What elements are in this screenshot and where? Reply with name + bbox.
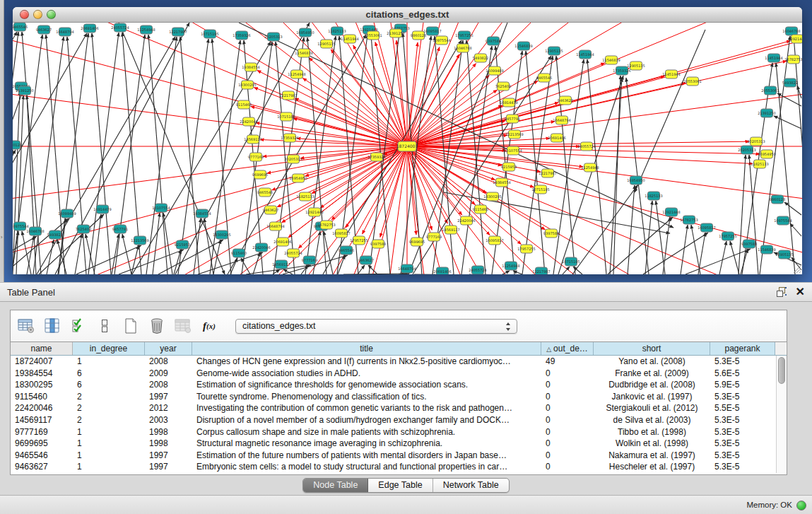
cell-year[interactable]: 2003 <box>145 414 192 426</box>
graph-node[interactable]: 16095817 <box>332 229 350 238</box>
citation-edge-red[interactable] <box>407 146 663 274</box>
cell-title[interactable]: Disruption of a novel member of a sodium… <box>192 414 541 426</box>
column-header-name[interactable]: name <box>11 342 73 355</box>
graph-node[interactable]: 7625402 <box>495 82 511 90</box>
citation-edge-black[interactable] <box>22 231 31 274</box>
citation-edge-black[interactable] <box>55 23 189 274</box>
graph-node[interactable]: 17359326 <box>233 31 250 40</box>
citation-edge-black[interactable] <box>558 76 623 274</box>
graph-node[interactable]: 9699695 <box>409 238 425 246</box>
graph-node[interactable]: 11451944 <box>576 50 594 59</box>
cell-short[interactable]: Jankovic et al. (1997) <box>594 391 710 403</box>
cell-short[interactable]: de Silva et al. (2003) <box>594 414 710 426</box>
graph-node[interactable]: 20553061 <box>761 86 779 95</box>
citation-edge-black[interactable] <box>313 231 320 274</box>
cell-in_degree[interactable]: 2 <box>73 414 145 426</box>
citation-edge-red[interactable] <box>407 146 753 163</box>
cell-year[interactable]: 2008 <box>145 356 192 368</box>
graph-node[interactable]: 10975544 <box>774 216 792 225</box>
function-builder-icon[interactable]: f(x) <box>199 316 219 336</box>
graph-node[interactable]: 9397588 <box>741 240 757 248</box>
column-header-in_degree[interactable]: in_degree <box>73 342 145 355</box>
cell-short[interactable]: Hescheler et al. (1997) <box>594 461 710 473</box>
cell-year[interactable]: 1997 <box>145 450 192 462</box>
citation-edge-black[interactable] <box>645 201 652 274</box>
column-visibility-icon[interactable] <box>42 316 62 336</box>
graph-node[interactable]: 22420046 <box>252 243 270 252</box>
citation-edge-black[interactable] <box>178 39 208 274</box>
collapsed-panel-strip[interactable]: › <box>0 0 4 282</box>
citation-edge-black[interactable] <box>230 258 237 274</box>
graph-node[interactable]: 17957255 <box>350 236 367 245</box>
graph-node[interactable]: 16046788 <box>454 44 471 52</box>
graph-node[interactable]: 5493822 <box>473 54 488 62</box>
graph-node[interactable]: 11825133 <box>751 160 768 168</box>
graph-node[interactable]: 24055724 <box>284 249 302 257</box>
citation-edge-black[interactable] <box>358 265 365 274</box>
graph-node[interactable]: 12217987 <box>169 28 187 36</box>
graph-node[interactable]: 11546839 <box>758 245 775 254</box>
network-view-window[interactable]: citations_edges.txt 94655469463627166487… <box>13 7 802 274</box>
citation-edge-black[interactable] <box>92 33 111 274</box>
cell-title[interactable]: Structural magnetic resonance image aver… <box>192 438 541 450</box>
cell-in_degree[interactable]: 1 <box>73 450 145 462</box>
cell-out_de[interactable]: 0 <box>541 438 594 450</box>
citation-edge-black[interactable] <box>691 225 700 274</box>
graph-node[interactable]: 17957255 <box>517 245 535 253</box>
row-selection-icon[interactable] <box>69 316 88 336</box>
graph-node[interactable]: 9699695 <box>252 170 268 179</box>
table-row[interactable]: 1938455462009Genome-wide association stu… <box>11 368 787 380</box>
graph-node[interactable]: 12905135 <box>317 40 335 48</box>
cell-out_de[interactable]: 0 <box>541 379 594 391</box>
citation-edge-black[interactable] <box>784 202 801 215</box>
cell-name[interactable]: 19384554 <box>11 368 73 380</box>
cell-short[interactable]: Tibbo et al. (1998) <box>594 426 710 438</box>
cell-name[interactable]: 9115460 <box>11 391 73 403</box>
citation-edge-black[interactable] <box>556 56 575 274</box>
graph-node[interactable]: 9777169 <box>248 153 264 161</box>
cell-year[interactable]: 2012 <box>145 402 192 414</box>
graph-node[interactable]: 11546839 <box>602 56 620 64</box>
graph-node[interactable]: 12905135 <box>775 250 793 259</box>
cell-short[interactable]: Dudbridge et al. (2008) <box>594 379 710 391</box>
cell-name[interactable]: 9465546 <box>11 450 73 462</box>
cell-year[interactable]: 1997 <box>145 461 192 473</box>
graph-node[interactable]: 20205313 <box>264 33 282 41</box>
graph-node[interactable]: 9777169 <box>302 256 317 264</box>
citation-edge-black[interactable] <box>153 213 160 274</box>
citation-edge-black[interactable] <box>58 33 88 274</box>
table-settings-icon[interactable] <box>16 316 36 336</box>
graph-node[interactable]: 16095817 <box>486 236 503 245</box>
window-titlebar[interactable]: citations_edges.txt <box>13 7 802 23</box>
cell-out_de[interactable]: 0 <box>541 391 594 403</box>
cell-in_degree[interactable]: 2 <box>73 391 145 403</box>
graph-node[interactable]: 10107554 <box>504 146 522 155</box>
graph-node[interactable]: 11825133 <box>645 192 662 200</box>
cell-short[interactable]: Franke et al. (2009) <box>594 368 710 380</box>
graph-node[interactable]: 9115460 <box>236 100 252 109</box>
tab-network-table[interactable]: Network Table <box>433 479 509 492</box>
graph-node[interactable]: 9465546 <box>257 188 273 197</box>
graph-node[interactable]: 9463627 <box>558 96 573 105</box>
cell-short[interactable]: Wolkin et al. (1998) <box>594 438 710 450</box>
citation-edge-black[interactable] <box>635 30 705 192</box>
vertical-scrollbar[interactable] <box>776 356 787 473</box>
graph-node[interactable]: 9115460 <box>473 205 488 214</box>
cell-out_de[interactable]: 0 <box>541 450 594 462</box>
cell-name[interactable]: 9699695 <box>11 438 73 450</box>
close-panel-icon[interactable]: ✕ <box>796 286 805 298</box>
table-row[interactable]: 1456911722003Disruption of a novel membe… <box>11 414 787 426</box>
cell-short[interactable]: Nakamura et al. (1997) <box>594 450 710 462</box>
table-row[interactable]: 969969511998Structural magnetic resonanc… <box>11 438 787 450</box>
graph-node[interactable]: 16782753 <box>680 216 698 224</box>
citation-edge-black[interactable] <box>776 63 795 274</box>
citation-edge-black[interactable] <box>466 40 486 274</box>
graph-node[interactable]: 11825133 <box>296 192 314 201</box>
citation-edge-black[interactable] <box>163 213 172 274</box>
graph-node[interactable]: 9860128 <box>411 31 426 40</box>
graph-node[interactable]: 11254948 <box>502 262 519 270</box>
graph-node[interactable]: 20205313 <box>738 146 755 154</box>
graph-node[interactable]: 20691406 <box>81 24 98 33</box>
graph-node[interactable]: 17957255 <box>455 31 473 40</box>
cell-out_de[interactable]: 0 <box>541 414 594 426</box>
